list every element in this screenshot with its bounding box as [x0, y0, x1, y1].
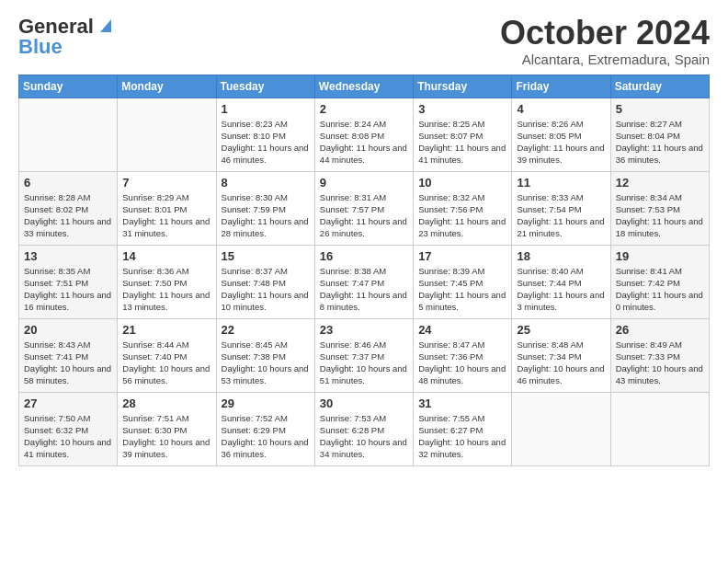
calendar-cell: 28Sunrise: 7:51 AM Sunset: 6:30 PM Dayli…	[118, 392, 216, 465]
page: General Blue October 2024 Alcantara, Ext…	[0, 0, 728, 476]
day-number: 21	[122, 323, 210, 337]
day-number: 30	[320, 396, 408, 410]
day-info: Sunrise: 8:41 AM Sunset: 7:42 PM Dayligh…	[616, 265, 704, 314]
location-title: Alcantara, Extremadura, Spain	[500, 52, 710, 67]
calendar-cell: 20Sunrise: 8:43 AM Sunset: 7:41 PM Dayli…	[19, 318, 118, 392]
calendar-cell	[512, 392, 610, 465]
calendar-cell: 5Sunrise: 8:27 AM Sunset: 8:04 PM Daylig…	[610, 98, 709, 171]
calendar-cell: 26Sunrise: 8:49 AM Sunset: 7:33 PM Dayli…	[610, 318, 709, 392]
day-number: 22	[222, 323, 310, 337]
col-thursday: Thursday	[414, 75, 512, 98]
svg-marker-0	[100, 19, 111, 32]
day-number: 18	[517, 249, 605, 263]
day-number: 29	[222, 396, 310, 410]
calendar-cell: 24Sunrise: 8:47 AM Sunset: 7:36 PM Dayli…	[414, 318, 512, 392]
calendar-cell	[19, 98, 118, 171]
day-info: Sunrise: 8:40 AM Sunset: 7:44 PM Dayligh…	[517, 265, 605, 314]
day-number: 11	[517, 176, 605, 190]
day-info: Sunrise: 8:38 AM Sunset: 7:47 PM Dayligh…	[320, 265, 408, 314]
calendar-cell	[118, 98, 216, 171]
day-info: Sunrise: 8:33 AM Sunset: 7:54 PM Dayligh…	[517, 191, 605, 240]
calendar-cell: 27Sunrise: 7:50 AM Sunset: 6:32 PM Dayli…	[19, 392, 118, 465]
col-friday: Friday	[512, 75, 610, 98]
title-area: October 2024 Alcantara, Extremadura, Spa…	[500, 15, 710, 67]
calendar-cell: 21Sunrise: 8:44 AM Sunset: 7:40 PM Dayli…	[118, 318, 216, 392]
col-saturday: Saturday	[610, 75, 709, 98]
day-info: Sunrise: 8:34 AM Sunset: 7:53 PM Dayligh…	[616, 191, 704, 240]
day-info: Sunrise: 7:50 AM Sunset: 6:32 PM Dayligh…	[24, 412, 112, 461]
calendar-cell: 31Sunrise: 7:55 AM Sunset: 6:27 PM Dayli…	[414, 392, 512, 465]
calendar-cell: 4Sunrise: 8:26 AM Sunset: 8:05 PM Daylig…	[512, 98, 610, 171]
calendar-cell: 16Sunrise: 8:38 AM Sunset: 7:47 PM Dayli…	[314, 245, 413, 318]
calendar-cell: 3Sunrise: 8:25 AM Sunset: 8:07 PM Daylig…	[414, 98, 512, 171]
calendar-cell	[610, 392, 709, 465]
day-number: 25	[517, 323, 605, 337]
calendar-cell: 7Sunrise: 8:29 AM Sunset: 8:01 PM Daylig…	[118, 171, 216, 245]
days-row: Sunday Monday Tuesday Wednesday Thursday…	[19, 75, 710, 98]
day-number: 24	[418, 323, 506, 337]
day-info: Sunrise: 7:51 AM Sunset: 6:30 PM Dayligh…	[122, 412, 210, 461]
day-number: 3	[418, 102, 506, 116]
calendar-cell: 25Sunrise: 8:48 AM Sunset: 7:34 PM Dayli…	[512, 318, 610, 392]
day-number: 2	[320, 102, 408, 116]
col-tuesday: Tuesday	[216, 75, 314, 98]
calendar-cell: 11Sunrise: 8:33 AM Sunset: 7:54 PM Dayli…	[512, 171, 610, 245]
calendar-cell: 10Sunrise: 8:32 AM Sunset: 7:56 PM Dayli…	[414, 171, 512, 245]
day-number: 13	[24, 249, 112, 263]
week-row-1: 1Sunrise: 8:23 AM Sunset: 8:10 PM Daylig…	[19, 98, 710, 171]
day-info: Sunrise: 8:44 AM Sunset: 7:40 PM Dayligh…	[122, 339, 210, 387]
day-info: Sunrise: 8:23 AM Sunset: 8:10 PM Dayligh…	[222, 118, 310, 167]
day-number: 10	[418, 176, 506, 190]
calendar-cell: 12Sunrise: 8:34 AM Sunset: 7:53 PM Dayli…	[610, 171, 709, 245]
calendar-cell: 30Sunrise: 7:53 AM Sunset: 6:28 PM Dayli…	[314, 392, 413, 465]
day-number: 8	[222, 176, 310, 190]
day-number: 7	[122, 176, 210, 190]
day-number: 20	[24, 323, 112, 337]
week-row-4: 20Sunrise: 8:43 AM Sunset: 7:41 PM Dayli…	[19, 318, 710, 392]
calendar-cell: 9Sunrise: 8:31 AM Sunset: 7:57 PM Daylig…	[314, 171, 413, 245]
day-info: Sunrise: 8:28 AM Sunset: 8:02 PM Dayligh…	[24, 191, 112, 240]
day-number: 28	[122, 396, 210, 410]
day-number: 27	[24, 396, 112, 410]
day-number: 23	[320, 323, 408, 337]
day-number: 15	[222, 249, 310, 263]
day-info: Sunrise: 8:30 AM Sunset: 7:59 PM Dayligh…	[222, 191, 310, 240]
day-number: 9	[320, 176, 408, 190]
day-number: 5	[616, 102, 704, 116]
day-number: 6	[24, 176, 112, 190]
day-info: Sunrise: 8:45 AM Sunset: 7:38 PM Dayligh…	[222, 339, 310, 387]
day-info: Sunrise: 8:49 AM Sunset: 7:33 PM Dayligh…	[616, 339, 704, 387]
day-number: 26	[616, 323, 704, 337]
day-number: 4	[517, 102, 605, 116]
day-info: Sunrise: 8:32 AM Sunset: 7:56 PM Dayligh…	[418, 191, 506, 240]
day-info: Sunrise: 8:25 AM Sunset: 8:07 PM Dayligh…	[418, 118, 506, 167]
calendar-cell: 2Sunrise: 8:24 AM Sunset: 8:08 PM Daylig…	[314, 98, 413, 171]
calendar-cell: 15Sunrise: 8:37 AM Sunset: 7:48 PM Dayli…	[216, 245, 314, 318]
day-info: Sunrise: 8:24 AM Sunset: 8:08 PM Dayligh…	[320, 118, 408, 167]
day-info: Sunrise: 7:55 AM Sunset: 6:27 PM Dayligh…	[418, 412, 506, 461]
day-number: 31	[418, 396, 506, 410]
day-info: Sunrise: 8:31 AM Sunset: 7:57 PM Dayligh…	[320, 191, 408, 240]
day-info: Sunrise: 8:47 AM Sunset: 7:36 PM Dayligh…	[418, 339, 506, 387]
day-number: 19	[616, 249, 704, 263]
day-info: Sunrise: 7:53 AM Sunset: 6:28 PM Dayligh…	[320, 412, 408, 461]
week-row-2: 6Sunrise: 8:28 AM Sunset: 8:02 PM Daylig…	[19, 171, 710, 245]
week-row-5: 27Sunrise: 7:50 AM Sunset: 6:32 PM Dayli…	[19, 392, 710, 465]
day-number: 1	[222, 102, 310, 116]
col-wednesday: Wednesday	[314, 75, 413, 98]
week-row-3: 13Sunrise: 8:35 AM Sunset: 7:51 PM Dayli…	[19, 245, 710, 318]
day-number: 16	[320, 249, 408, 263]
day-info: Sunrise: 8:36 AM Sunset: 7:50 PM Dayligh…	[122, 265, 210, 314]
day-info: Sunrise: 8:48 AM Sunset: 7:34 PM Dayligh…	[517, 339, 605, 387]
calendar-header: Sunday Monday Tuesday Wednesday Thursday…	[19, 75, 710, 98]
calendar-body: 1Sunrise: 8:23 AM Sunset: 8:10 PM Daylig…	[19, 98, 710, 465]
day-info: Sunrise: 8:46 AM Sunset: 7:37 PM Dayligh…	[320, 339, 408, 387]
logo-blue: Blue	[18, 35, 63, 59]
day-number: 14	[122, 249, 210, 263]
day-info: Sunrise: 8:43 AM Sunset: 7:41 PM Dayligh…	[24, 339, 112, 387]
calendar-cell: 8Sunrise: 8:30 AM Sunset: 7:59 PM Daylig…	[216, 171, 314, 245]
calendar-cell: 6Sunrise: 8:28 AM Sunset: 8:02 PM Daylig…	[19, 171, 118, 245]
calendar-cell: 29Sunrise: 7:52 AM Sunset: 6:29 PM Dayli…	[216, 392, 314, 465]
day-number: 17	[418, 249, 506, 263]
day-info: Sunrise: 8:37 AM Sunset: 7:48 PM Dayligh…	[222, 265, 310, 314]
